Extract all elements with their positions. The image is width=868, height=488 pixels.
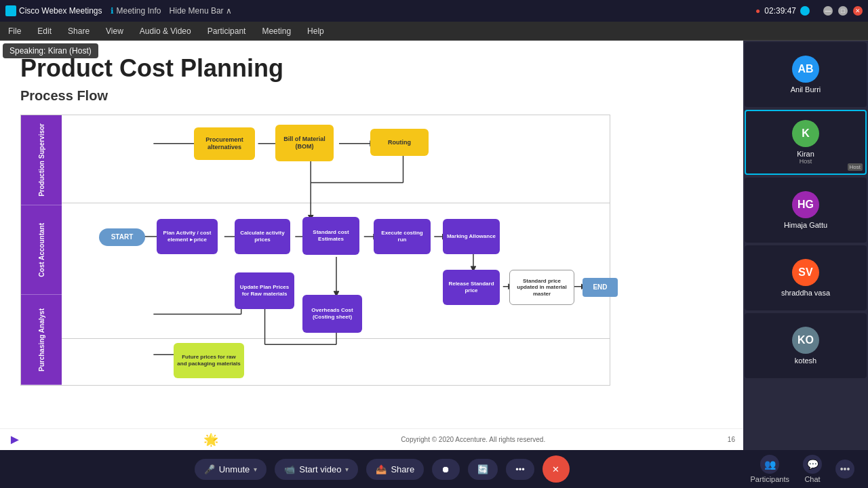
chat-button[interactable]: 💬 Chat [803,455,822,483]
app-name: Cisco Webex Meetings [19,6,102,16]
video-chevron: ▾ [345,466,349,473]
mic-icon: 🎤 [204,464,215,474]
more-icon: ••• [515,464,525,474]
participants-icon: 👥 [760,455,779,474]
menu-participant[interactable]: Participant [205,25,249,37]
flow-diagram-container: Production Supervisor Cost Accountant Pu… [20,115,610,386]
participant-name-himaja: Himaja Gattu [784,221,827,229]
more-options-button[interactable]: ••• [506,459,534,480]
record-btn-icon: ⏺ [441,464,450,474]
avatar-himaja: HG [792,191,819,218]
start-video-label: Start video [299,464,341,474]
lane-label-text-2: Cost Accountant [37,223,46,277]
reactions-button[interactable]: 🔄 [468,459,498,480]
video-icon: 📹 [284,464,295,474]
maximize-button[interactable]: □ [838,6,848,16]
slide-number: 16 [728,436,735,443]
reactions-icon: 🔄 [477,464,488,474]
title-bar: Cisco Webex Meetings ℹ Meeting Info Hide… [0,0,868,22]
menu-view[interactable]: View [103,25,126,37]
menu-share[interactable]: Share [65,25,92,37]
lane-label-text-1: Production Supervisor [37,123,46,197]
unmute-label: Unmute [219,464,250,474]
window-controls: — □ ✕ [823,6,863,16]
avatar-kiran: K [792,120,819,147]
lane-label-2: Cost Accountant [21,205,62,296]
close-button[interactable]: ✕ [853,6,863,16]
participant-role-kiran: Host [800,158,812,165]
host-badge: Host [848,163,863,171]
lane-label-text-3: Purchasing Analyst [37,308,46,371]
participants-button[interactable]: 👥 Participants [751,455,789,483]
cisco-icon [5,5,16,16]
routing-box: Routing [370,129,429,156]
std-cost-box: Standard cost Estimates [302,217,359,255]
participants-label: Participants [751,475,789,483]
share-button[interactable]: 📤 Share [366,459,424,480]
participant-name-anil: Anil Burri [791,85,821,94]
end-call-button[interactable]: ✕ [542,455,570,483]
exec-costing-box: Execute costing run [374,219,431,254]
end-box: END [583,278,618,297]
slide-subtitle: Process Flow [20,88,723,104]
participant-card-kiran[interactable]: K Kiran Host Host [745,110,867,175]
overheads-box: Overheads Cost (Costing sheet) [302,295,362,333]
bom-box: Bill of Material (BOM) [275,125,334,161]
participants-panel: AB Anil Burri K Kiran Host Host HG Himaj… [743,41,868,450]
minimize-button[interactable]: — [823,6,833,16]
speaking-banner: Speaking: Kiran (Host) [3,43,98,58]
toolbar-right: 👥 Participants 💬 Chat ••• [751,455,854,483]
participant-name-kotesh: kotesh [795,357,816,365]
share-icon: 📤 [376,464,387,474]
plan-activity-box: Plan Activity / cost element ▸ price [157,219,218,254]
procurement-box: Procurement alternatives [194,127,255,160]
info-icon: ℹ [111,6,114,16]
release-std-box: Release Standard price [443,270,500,305]
slide-footer: ► 🌟 Copyright © 2020 Accenture. All righ… [0,428,743,450]
menu-edit[interactable]: Edit [35,25,54,37]
avatar-kotesh: KO [792,327,819,354]
record-icon: ● [755,6,760,16]
presentation-area: Speaking: Kiran (Host) Product Cost Plan… [0,41,743,450]
participant-name-kiran: Kiran [797,150,814,158]
status-icon [800,6,810,16]
future-prices-box: Future prices for raw and packaging mate… [174,343,244,378]
slide-nav-button[interactable]: ► [8,432,22,447]
unmute-button[interactable]: 🎤 Unmute ▾ [195,459,267,480]
share-label: Share [391,464,414,474]
clock: ● 02:39:47 [755,6,810,16]
app-logo: Cisco Webex Meetings [5,5,102,16]
lane-labels: Production Supervisor Cost Accountant Pu… [21,115,62,385]
chat-label: Chat [804,475,820,483]
chevron-icon: ∧ [226,6,232,16]
meeting-info-btn[interactable]: ℹ Meeting Info [111,6,161,16]
lane-3-area [62,339,610,386]
lane-label-1: Production Supervisor [21,115,62,205]
flow-diagram: Procurement alternatives Bill of Materia… [62,115,610,385]
lane-label-3: Purchasing Analyst [21,295,62,385]
update-plan-box: Update Plan Prices for Raw materials [235,272,294,309]
bottom-toolbar: 🎤 Unmute ▾ 📹 Start video ▾ 📤 Share ⏺ 🔄 •… [0,450,868,488]
chat-icon: 💬 [803,455,822,474]
participant-card-shraddha[interactable]: SV shraddha vasa [745,245,867,310]
menu-file[interactable]: File [5,25,24,37]
record-button[interactable]: ⏺ [432,459,460,480]
unmute-chevron: ▾ [254,466,257,473]
slide-content: Product Cost Planning Process Flow Produ… [0,41,743,428]
marking-box: Marking Allowance [443,219,500,254]
lane-1-area [62,115,610,203]
menu-audio-video[interactable]: Audio & Video [137,25,194,37]
start-video-button[interactable]: 📹 Start video ▾ [275,459,358,480]
start-box: START [99,228,145,246]
hide-menu-btn[interactable]: Hide Menu Bar ∧ [170,6,232,16]
avatar-shraddha: SV [792,259,819,286]
toolbar-more-button[interactable]: ••• [835,460,854,479]
menu-help[interactable]: Help [304,25,327,37]
participant-card-himaja[interactable]: HG Himaja Gattu [745,178,867,243]
slide-title: Product Cost Planning [20,54,723,83]
menu-meeting[interactable]: Meeting [259,25,294,37]
participant-card-anil[interactable]: AB Anil Burri [745,42,867,107]
participant-card-kotesh[interactable]: KO kotesh [745,313,867,378]
calc-activity-box: Calculate activity prices [235,219,290,254]
menu-bar: File Edit Share View Audio & Video Parti… [0,22,868,41]
